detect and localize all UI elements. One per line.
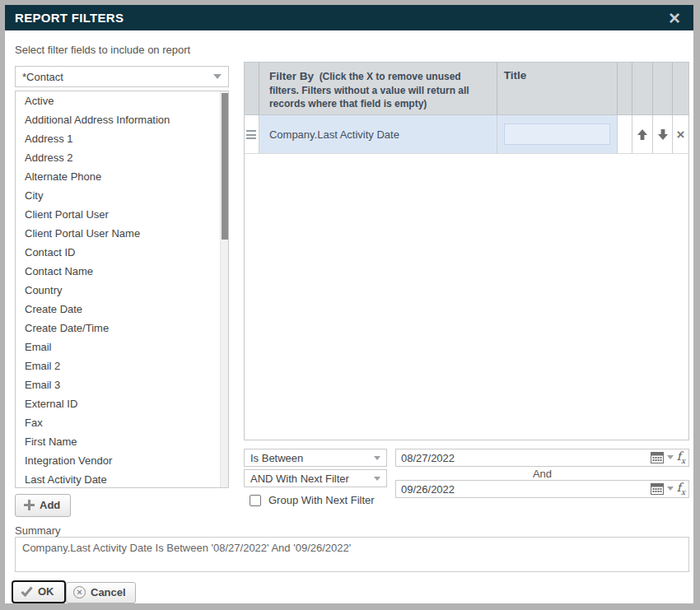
filter-title-input[interactable] [504,123,610,145]
field-option[interactable]: Client Portal User [16,205,228,224]
filter-row: Company.Last Activity Date [245,115,688,154]
field-option[interactable]: Contact ID [16,243,228,262]
date-dropdown-icon[interactable] [667,455,674,459]
date-dropdown-icon[interactable] [667,487,674,491]
group-with-next-filter-checkbox[interactable] [250,495,261,506]
filter-row-name-cell: Company.Last Activity Date [259,115,497,153]
field-option[interactable]: Country [16,281,228,300]
remove-icon: × [677,128,685,142]
and-label: And [395,468,689,480]
field-option[interactable]: Active [16,91,228,110]
category-select[interactable]: *Contact [15,66,229,87]
dialog-titlebar: REPORT FILTERS × [5,5,693,30]
field-option[interactable]: Email 3 [16,375,228,394]
summary-label: Summary [15,524,61,537]
cancel-button[interactable]: × Cancel [66,582,136,603]
header-filter-by: Filter By (Click the X to remove unused … [259,63,497,114]
title-column-label: Title [504,63,527,81]
header-title: Title [497,63,618,114]
field-option[interactable]: Address 1 [16,129,228,148]
date-from-value: 08/27/2022 [401,452,455,464]
check-icon [21,586,33,597]
date-to-input[interactable]: 09/26/2022 fx [395,480,689,498]
filters-table-header: Filter By (Click the X to remove unused … [245,63,688,115]
field-option[interactable]: Integration Vendor [16,451,228,470]
scrollbar-thumb[interactable] [222,93,228,240]
drag-handle-icon [246,130,256,139]
ok-button-label: OK [38,585,54,598]
field-list: ActiveAdditional Address InformationAddr… [15,91,229,488]
operator-select-value: Is Between [250,452,303,464]
field-option[interactable]: Create Date [16,300,228,319]
field-option[interactable]: External ID [16,394,228,413]
join-operator-value: AND With Next Filter [250,473,349,485]
filter-by-label: Filter By [269,70,314,82]
field-option[interactable]: Email 2 [16,356,228,375]
field-option[interactable]: Address 2 [16,148,228,167]
arrow-up-icon [637,128,648,141]
field-option[interactable]: Create Date/Time [16,319,228,338]
move-down-button[interactable] [653,115,672,153]
chevron-down-icon [374,456,380,460]
remove-filter-button[interactable]: × [673,115,688,153]
ok-button[interactable]: OK [12,580,66,603]
report-filters-dialog: REPORT FILTERS × Select filter fields to… [5,5,693,603]
field-options: ActiveAdditional Address InformationAddr… [16,91,228,488]
filter-row-title-cell [497,115,618,153]
chevron-down-icon [374,477,380,481]
operator-select[interactable]: Is Between [244,449,387,467]
plus-icon [24,500,35,510]
filters-table-body: Company.Last Activity Date [245,115,688,154]
chevron-down-icon [213,74,222,79]
field-list-scrollbar[interactable] [220,91,228,487]
dialog-title: REPORT FILTERS [15,11,124,25]
field-option[interactable]: City [16,186,228,205]
cancel-button-label: Cancel [91,586,126,598]
dialog-subtitle: Select filter fields to include on repor… [15,44,190,56]
summary-box: Company.Last Activity Date Is Between '0… [15,537,689,572]
summary-text: Company.Last Activity Date Is Between '0… [22,542,351,554]
move-up-button[interactable] [632,115,652,153]
add-button-label: Add [40,499,60,511]
filters-table: Filter By (Click the X to remove unused … [244,62,689,440]
arrow-down-icon [657,128,669,141]
group-with-next-filter-label: Group With Next Filter [268,494,375,506]
category-select-value: *Contact [22,71,63,83]
field-option[interactable]: Alternate Phone [16,167,228,186]
filter-row-name: Company.Last Activity Date [269,128,399,141]
close-button[interactable]: × [665,9,684,27]
calendar-icon[interactable] [651,451,664,463]
field-option[interactable]: First Name [16,432,228,451]
header-handle-cell [245,63,259,114]
add-button[interactable]: Add [15,494,71,517]
drag-handle[interactable] [245,115,259,153]
date-to-value: 09/26/2022 [401,483,455,496]
formula-icon[interactable]: fx [677,482,685,496]
field-option[interactable]: Contact Name [16,262,228,281]
cancel-circle-x-icon: × [73,586,86,598]
formula-icon[interactable]: fx [677,450,685,465]
field-option[interactable]: Client Portal User Name [16,224,228,243]
field-option[interactable]: Last Activity Date [16,470,228,488]
field-option[interactable]: Fax [16,413,228,432]
close-icon: × [669,10,680,26]
field-option[interactable]: Additional Address Information [16,110,228,129]
group-with-next-filter: Group With Next Filter [250,494,375,506]
field-option[interactable]: Email [16,338,228,356]
date-from-input[interactable]: 08/27/2022 fx [395,449,689,467]
join-operator-select[interactable]: AND With Next Filter [244,469,387,487]
calendar-icon[interactable] [651,482,664,495]
